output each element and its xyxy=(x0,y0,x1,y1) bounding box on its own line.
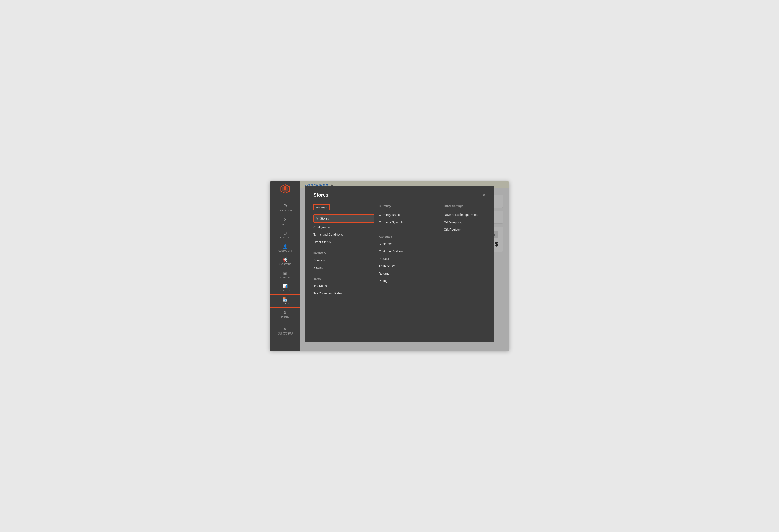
sidebar-item-content[interactable]: ▦ CONTENT xyxy=(270,268,300,281)
partners-icon: ◈ xyxy=(284,326,287,331)
menu-item-product-attr[interactable]: Product xyxy=(379,255,439,262)
sidebar-item-dashboard[interactable]: ⊙ DASHBOARD xyxy=(270,200,300,214)
menu-item-gift-wrapping[interactable]: Gift Wrapping xyxy=(444,219,505,226)
sidebar-item-stores[interactable]: 🏪 STORES xyxy=(270,294,300,308)
menu-item-terms[interactable]: Terms and Conditions xyxy=(313,231,374,238)
customers-icon: 👤 xyxy=(283,244,288,249)
sidebar-item-catalog[interactable]: ⬡ CATALOG xyxy=(270,228,300,242)
content-icon: ▦ xyxy=(283,271,287,275)
reports-icon: 📊 xyxy=(283,284,288,289)
sidebar-item-reports[interactable]: 📊 REPORTS xyxy=(270,281,300,294)
menu-column-other: Other Settings Reward Exchange Rates Gif… xyxy=(444,204,505,297)
menu-item-configuration[interactable]: Configuration xyxy=(313,224,374,231)
logo[interactable] xyxy=(280,183,291,195)
modal-title: Stores xyxy=(313,192,328,198)
modal-close-button[interactable]: × xyxy=(483,193,485,197)
menu-item-currency-rates[interactable]: Currency Rates xyxy=(379,211,439,219)
sidebar: ⊙ DASHBOARD $ SALES ⬡ CATALOG 👤 CUSTOMER… xyxy=(270,181,300,351)
modal-body: Settings All Stores Configuration Terms … xyxy=(313,204,485,297)
menu-item-stocks[interactable]: Stocks xyxy=(313,264,374,271)
sales-icon: $ xyxy=(284,217,287,222)
currency-section-title: Currency xyxy=(379,204,439,208)
menu-item-customer-attr[interactable]: Customer xyxy=(379,240,439,248)
stores-icon: 🏪 xyxy=(283,297,288,302)
modal-overlay: Stores × Settings All Stores xyxy=(300,181,509,351)
inventory-section: Inventory xyxy=(313,251,374,255)
menu-item-gift-registry[interactable]: Gift Registry xyxy=(444,226,505,233)
app-window: ⊙ DASHBOARD $ SALES ⬡ CATALOG 👤 CUSTOMER… xyxy=(270,181,509,351)
main-area: Cache Management ar reports tailored to … xyxy=(300,181,509,351)
stores-modal: Stores × Settings All Stores xyxy=(305,186,494,342)
inventory-section-title: Inventory xyxy=(313,251,326,254)
menu-item-currency-symbols[interactable]: Currency Symbols xyxy=(379,219,439,226)
menu-item-tax-zones[interactable]: Tax Zones and Rates xyxy=(313,290,374,297)
menu-item-tax-rules[interactable]: Tax Rules xyxy=(313,282,374,290)
attributes-section-title: Attributes xyxy=(379,235,392,238)
catalog-icon: ⬡ xyxy=(284,231,287,236)
settings-section-title: Settings xyxy=(316,206,327,209)
modal-header: Stores × xyxy=(313,192,485,198)
attributes-section: Attributes xyxy=(379,235,439,238)
sidebar-item-sales[interactable]: $ SALES xyxy=(270,214,300,228)
dashboard-icon: ⊙ xyxy=(283,203,287,209)
menu-column-settings: Settings All Stores Configuration Terms … xyxy=(313,204,374,297)
menu-column-currency: Currency Currency Rates Currency Symbols… xyxy=(379,204,439,297)
sidebar-item-marketing[interactable]: 📢 MARKETING xyxy=(270,255,300,268)
menu-item-reward-rates[interactable]: Reward Exchange Rates xyxy=(444,211,505,219)
menu-item-returns[interactable]: Returns xyxy=(379,270,439,277)
taxes-section: Taxes xyxy=(313,277,374,281)
system-icon: ⚙ xyxy=(284,310,287,315)
menu-item-attribute-set[interactable]: Attribute Set xyxy=(379,262,439,270)
other-section-title: Other Settings xyxy=(444,204,505,208)
menu-item-rating[interactable]: Rating xyxy=(379,277,439,285)
sidebar-item-system[interactable]: ⚙ SYSTEM xyxy=(270,308,300,321)
menu-item-customer-address[interactable]: Customer Address xyxy=(379,248,439,255)
sidebar-item-partners[interactable]: ◈ FIND PARTNERS& EXTENSIONS xyxy=(270,324,300,339)
menu-item-all-stores[interactable]: All Stores xyxy=(316,217,329,220)
sidebar-divider-bottom xyxy=(273,322,297,322)
sidebar-item-customers[interactable]: 👤 CUSTOMERS xyxy=(270,242,300,255)
marketing-icon: 📢 xyxy=(283,257,288,262)
menu-item-sources[interactable]: Sources xyxy=(313,256,374,264)
menu-item-order-status[interactable]: Order Status xyxy=(313,238,374,246)
taxes-section-title: Taxes xyxy=(313,277,321,280)
